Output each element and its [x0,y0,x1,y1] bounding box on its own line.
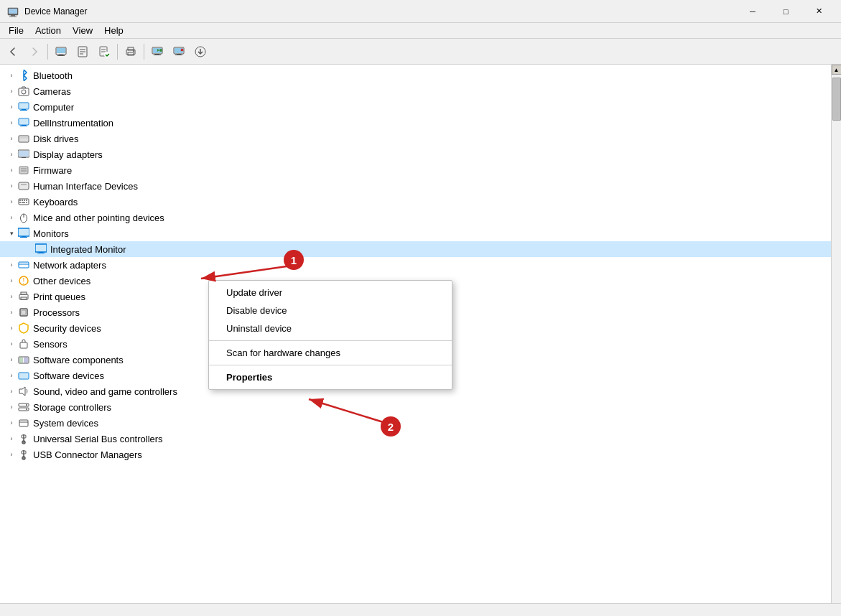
tree-item-computer[interactable]: Computer [0,99,831,115]
svg-rect-59 [24,200,25,201]
chevron-display [6,149,17,160]
ctx-separator [209,365,452,365]
svg-rect-72 [39,252,43,253]
chevron-usb-connectors [6,449,17,460]
svg-point-19 [133,50,134,52]
toolbar-sep-3 [144,44,144,60]
other-icon: ! [17,274,30,287]
tree-item-integrated-monitor[interactable]: Integrated Monitor [0,241,831,257]
tree-item-usb-connectors[interactable]: USB Connector Managers [0,447,831,462]
svg-point-93 [26,409,27,410]
tree-label-security: Security devices [33,323,101,334]
tree-label-bluetooth: Bluetooth [33,70,73,81]
keyboard-icon [17,195,30,208]
firmware-icon [17,164,30,177]
chevron-computer [6,101,17,113]
camera-icon [17,85,30,98]
main-content: BluetoothCamerasComputerDellInstrumentat… [0,65,841,603]
tree-item-storage[interactable]: Storage controllers [0,399,831,415]
tree-item-disk[interactable]: Disk drives [0,131,831,146]
menu-action[interactable]: Action [29,24,67,37]
download-button[interactable] [190,42,210,62]
tree-item-usb[interactable]: Universal Serial Bus controllers [0,431,831,447]
tree-item-hid[interactable]: Human Interface Devices [0,178,831,194]
restore-button[interactable]: □ [769,0,802,23]
computer-button[interactable] [147,42,167,62]
svg-rect-2 [11,15,15,17]
chevron-usb [6,433,17,444]
ctx-item-disable-device[interactable]: Disable device [209,302,452,319]
tree-item-firmware[interactable]: Firmware [0,162,831,178]
svg-rect-29 [175,55,182,55]
context-menu: Update driverDisable deviceUninstall dev… [208,280,452,390]
status-bar [0,603,841,616]
chevron-print [6,291,17,302]
back-button[interactable] [3,42,23,62]
minimize-button[interactable]: ─ [736,0,769,23]
chevron-security [6,322,17,334]
ctx-item-properties[interactable]: Properties [209,368,452,386]
close-button[interactable]: ✕ [802,0,835,23]
tree-label-mice: Mice and other pointing devices [33,213,164,223]
toolbar [0,39,841,65]
tree-item-cameras[interactable]: Cameras [0,83,831,99]
chevron-keyboards [6,196,17,207]
properties-button[interactable] [73,42,93,62]
ctx-item-scan-for-hardware-changes[interactable]: Scan for hardware changes [209,344,452,362]
forward-button[interactable] [24,42,45,62]
toolbar-sep-1 [47,44,48,60]
chevron-sw-components [6,354,17,365]
svg-rect-58 [22,200,23,201]
tree-item-keyboards[interactable]: Keyboards [0,194,831,210]
device-manager-button[interactable] [51,42,71,62]
computer-icon [17,101,30,113]
chevron-mice [6,212,17,223]
menu-file[interactable]: File [3,24,29,37]
svg-marker-89 [19,387,25,396]
svg-rect-22 [155,54,159,55]
tree-label-integrated-monitor: Integrated Monitor [50,244,126,255]
tree-item-mice[interactable]: Mice and other pointing devices [0,210,831,225]
svg-rect-38 [22,109,26,110]
menu-view[interactable]: View [67,24,98,37]
scrollbar[interactable]: ▲ [831,65,841,603]
network-icon [17,258,30,271]
svg-rect-74 [19,262,29,268]
tree-item-dell[interactable]: DellInstrumentation [0,115,831,131]
svg-rect-39 [20,110,27,111]
tree-item-network[interactable]: Network adapters [0,257,831,273]
remove-button[interactable] [169,42,189,62]
app-icon [7,6,19,17]
tree-label-usb-connectors: USB Connector Managers [33,449,142,460]
svg-rect-43 [20,126,27,126]
chevron-system [6,417,17,429]
ctx-item-uninstall-device[interactable]: Uninstall device [209,319,452,337]
scroll-up-button[interactable]: ▲ [832,65,842,75]
monitor-icon [17,227,30,240]
display-icon [17,148,30,161]
chevron-monitors [6,228,17,239]
scroll-thumb[interactable] [832,78,841,121]
chevron-firmware [6,164,17,176]
svg-rect-69 [20,237,27,238]
svg-rect-48 [19,151,29,157]
toolbar-sep-2 [117,44,118,60]
tree-label-hid: Human Interface Devices [33,181,138,192]
usb-icon [17,448,30,461]
svg-rect-63 [26,202,27,203]
tree-label-processors: Processors [33,307,80,318]
tree-label-sensors: Sensors [33,339,68,350]
tree-label-system: System devices [33,418,98,429]
tree-item-system[interactable]: System devices [0,415,831,431]
tree-item-bluetooth[interactable]: Bluetooth [0,67,831,83]
title-bar: Device Manager ─ □ ✕ [0,0,841,23]
tree-item-display[interactable]: Display adapters [0,146,831,162]
chevron-sw-devices [6,370,17,381]
tree-label-sw-devices: Software devices [33,370,104,381]
update-driver-button[interactable] [94,42,114,62]
print-button[interactable] [121,42,141,62]
svg-rect-67 [19,229,29,235]
tree-item-monitors[interactable]: Monitors [0,225,831,241]
menu-help[interactable]: Help [98,24,129,37]
ctx-item-update-driver[interactable]: Update driver [209,284,452,302]
